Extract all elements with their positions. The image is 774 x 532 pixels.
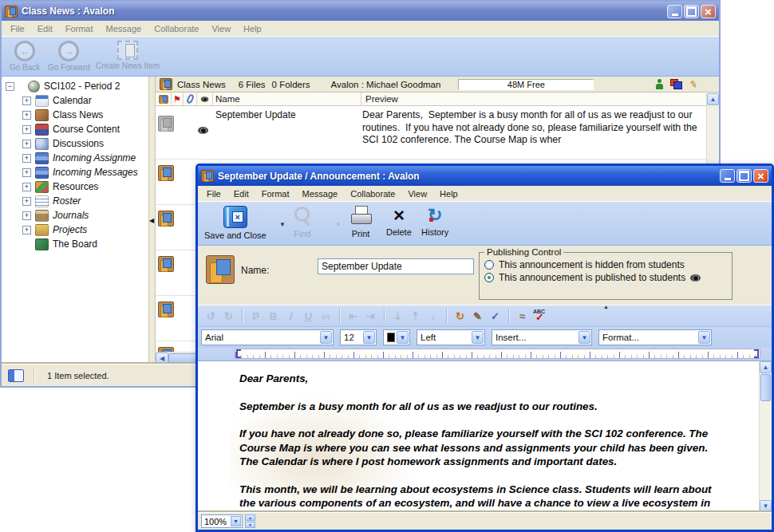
chevron-down-icon[interactable] — [472, 331, 484, 344]
chevron-down-icon[interactable] — [320, 331, 332, 344]
tree-item-incoming-messages[interactable]: Incoming Messages — [2, 165, 148, 179]
announcement-item-icon[interactable] — [158, 211, 174, 227]
scroll-up-button[interactable] — [760, 361, 772, 373]
hidden-option-row[interactable]: This announcement is hidden from student… — [484, 259, 727, 270]
splitter-collapse-icon[interactable]: ◀ — [149, 217, 154, 224]
expand-icon[interactable] — [22, 154, 31, 163]
pen-icon[interactable]: ✎ — [469, 308, 486, 324]
go-forward-button[interactable]: Go Forward — [48, 41, 90, 72]
history-button[interactable]: History — [421, 206, 448, 237]
menu-item-collaborate[interactable]: Collaborate — [148, 22, 205, 35]
menu-item-format[interactable]: Format — [59, 22, 100, 35]
tree-item-resources[interactable]: Resources — [2, 179, 148, 194]
maximize-button[interactable] — [736, 169, 752, 183]
menu-item-edit[interactable]: Edit — [31, 22, 59, 35]
menu-item-view[interactable]: View — [401, 187, 433, 200]
chevron-down-icon[interactable] — [579, 331, 590, 344]
tree-item-course-content[interactable]: Course Content — [2, 122, 148, 136]
menu-item-view[interactable]: View — [205, 22, 237, 35]
column-preview[interactable]: Preview — [361, 93, 719, 105]
menu-item-file[interactable]: File — [200, 187, 227, 200]
chevron-down-icon[interactable] — [363, 331, 375, 344]
move-down-icon[interactable]: ↓ — [425, 308, 441, 324]
strikethrough-icon[interactable]: (s) — [318, 308, 334, 324]
sort-ascending-icon[interactable]: ⇡ — [407, 308, 424, 324]
spin-down-icon[interactable] — [245, 522, 255, 528]
tree-item-class-news[interactable]: Class News — [2, 108, 148, 122]
close-button[interactable] — [753, 169, 768, 183]
italic-icon[interactable]: I — [282, 308, 299, 324]
delete-button[interactable]: Delete — [386, 206, 412, 237]
expand-icon[interactable] — [22, 125, 31, 134]
menu-item-message[interactable]: Message — [296, 187, 345, 200]
minimize-button[interactable] — [720, 169, 735, 183]
scroll-left-button[interactable] — [156, 353, 168, 364]
maximize-button[interactable] — [684, 5, 699, 18]
menu-item-message[interactable]: Message — [100, 22, 148, 35]
menu-item-help[interactable]: Help — [237, 22, 268, 35]
tree-item-discussions[interactable]: Discussions — [2, 136, 148, 151]
chevron-down-icon[interactable] — [698, 331, 710, 344]
font-family-select[interactable]: Arial — [201, 329, 334, 345]
font-size-select[interactable]: 12 — [340, 329, 377, 345]
edit-pencil-icon[interactable] — [689, 79, 698, 90]
underline-icon[interactable]: U — [300, 308, 317, 324]
name-input[interactable] — [318, 258, 474, 274]
save-and-close-button[interactable]: Save and Close — [204, 206, 267, 240]
expand-icon[interactable] — [22, 211, 31, 220]
expand-icon[interactable] — [22, 111, 31, 120]
tree-item-journals[interactable]: Journals — [2, 208, 148, 223]
plain-style-icon[interactable]: P — [247, 308, 264, 324]
list-item-preview[interactable]: Dear Parents, September is a busy month … — [362, 109, 705, 147]
chevron-down-icon[interactable] — [231, 516, 241, 526]
column-flag[interactable] — [172, 93, 184, 105]
expand-icon[interactable] — [22, 140, 31, 148]
minimize-button[interactable] — [667, 5, 682, 18]
indent-icon[interactable]: ⇥ — [362, 308, 379, 324]
revert-icon[interactable]: ↻ — [452, 308, 468, 324]
zoom-spinner[interactable] — [245, 514, 255, 528]
column-attachment[interactable] — [184, 93, 197, 105]
scroll-down-button[interactable] — [760, 500, 772, 512]
menu-item-help[interactable]: Help — [433, 187, 464, 200]
panel-toggle-icon[interactable] — [8, 369, 24, 382]
tree-item-projects[interactable]: Projects — [2, 223, 148, 237]
spellcheck-icon[interactable] — [531, 308, 549, 324]
published-radio[interactable] — [484, 273, 494, 282]
undo-icon[interactable]: ↺ — [203, 308, 219, 324]
ruler[interactable] — [235, 349, 760, 359]
format-select[interactable]: Format... — [598, 329, 712, 345]
bold-icon[interactable]: B — [265, 308, 282, 324]
pane-resize-handle[interactable] — [603, 304, 609, 309]
menu-item-file[interactable]: File — [4, 22, 31, 35]
zoom-select[interactable]: 100% — [201, 514, 243, 528]
font-color-select[interactable] — [383, 329, 410, 345]
alignment-select[interactable]: Left — [417, 329, 485, 345]
announcement-item-icon[interactable] — [158, 256, 174, 272]
announcement-item-icon[interactable] — [158, 116, 174, 132]
menu-item-collaborate[interactable]: Collaborate — [344, 187, 401, 200]
column-visibility[interactable] — [197, 93, 213, 105]
view-properties-icon[interactable] — [670, 79, 682, 89]
tree-item-calendar[interactable]: Calendar — [2, 93, 148, 108]
expand-icon[interactable] — [22, 97, 31, 105]
create-news-item-button[interactable]: Create News Item — [96, 41, 160, 70]
scrollbar-thumb[interactable] — [760, 374, 771, 401]
hidden-radio[interactable] — [484, 260, 494, 270]
go-back-button[interactable]: Go Back — [10, 41, 40, 72]
spin-up-icon[interactable] — [245, 514, 255, 521]
insert-select[interactable]: Insert... — [492, 329, 592, 345]
tree-item-the-board[interactable]: The Board — [2, 237, 148, 251]
who-is-online-icon[interactable] — [656, 79, 663, 89]
expand-icon[interactable] — [22, 168, 31, 177]
column-item-type[interactable] — [156, 93, 172, 105]
redo-icon[interactable]: ↻ — [220, 308, 237, 324]
print-button[interactable]: Print — [349, 206, 372, 238]
accept-icon[interactable]: ✓ — [487, 308, 503, 324]
highlight-icon[interactable]: ≈ — [514, 308, 531, 324]
sort-descending-icon[interactable]: ⇣ — [389, 308, 406, 324]
list-item-name[interactable]: September Update — [215, 109, 359, 120]
scroll-up-button[interactable] — [707, 93, 719, 105]
tree-root-sci102[interactable]: SCI102 - Period 2 — [2, 79, 148, 93]
expand-icon[interactable] — [22, 226, 31, 234]
